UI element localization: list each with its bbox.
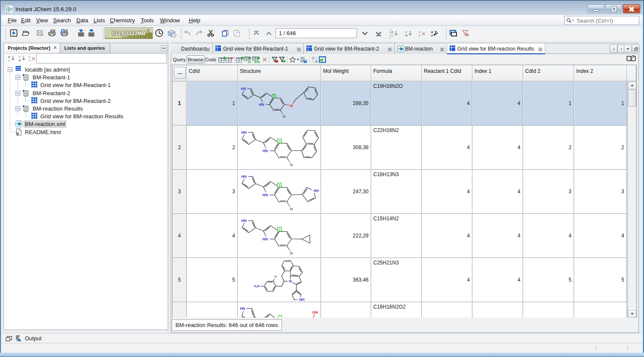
cell-cdid2[interactable]: 3 [523, 170, 574, 213]
cell-index1[interactable]: 4 [473, 258, 523, 302]
expand-toggle[interactable] [8, 67, 12, 73]
query-filter-icon[interactable] [271, 56, 279, 64]
cell-formula[interactable]: C15H14N2 [372, 214, 422, 258]
gc-clock-icon[interactable] [154, 28, 164, 39]
table-row[interactable]: 444HNHNH222,29C15H14N24444 [172, 214, 636, 258]
code-mode-button[interactable]: Code [205, 57, 216, 62]
cell-formula[interactable]: C22H16N2 [372, 126, 422, 169]
sort-by-name-icon[interactable]: az [7, 55, 15, 63]
close-button[interactable]: ✖ [623, 4, 640, 13]
restore-button[interactable] [605, 4, 622, 13]
column-header-index-2[interactable]: Index 2 [574, 65, 627, 81]
row-header[interactable]: 5 [172, 258, 187, 302]
sort-clear-icon[interactable]: az [28, 55, 36, 63]
tree-item-grid-view-for-bm-reactant-1[interactable]: Grid view for BM-Reactant-1 [4, 81, 167, 89]
menu-lists[interactable]: Lists [94, 17, 105, 24]
column-header-formula[interactable]: Formula [372, 65, 422, 81]
row-header[interactable]: 3 [172, 170, 187, 213]
cell-index1[interactable]: 4 [473, 170, 523, 213]
schema-editor-icon[interactable] [166, 29, 177, 39]
expand-toggle[interactable] [15, 106, 20, 112]
cell-reactant1-cdid[interactable]: 4 [422, 126, 472, 169]
windows-cascade-icon[interactable] [449, 30, 457, 38]
tab-list-dropdown-icon[interactable] [624, 45, 632, 53]
cell-index2[interactable]: 2 [574, 126, 627, 169]
cell-reactant1-cdid[interactable]: 4 [422, 170, 472, 213]
menu-search[interactable]: Search [53, 17, 71, 24]
row-header[interactable]: 4 [172, 214, 187, 258]
vertical-scrollbar[interactable] [627, 82, 636, 318]
favorites-star-icon[interactable] [289, 56, 296, 64]
close-tab-icon[interactable] [206, 47, 210, 53]
cell-mol-weight[interactable] [321, 303, 371, 318]
new-icon[interactable] [10, 29, 18, 38]
cell-cdid2[interactable]: 4 [523, 214, 574, 258]
cell-structure[interactable]: 4HNHNHNH [238, 170, 321, 213]
column-header-reactant-1-cdid[interactable]: Reactant 1 CdId [422, 65, 472, 81]
sort-descending-icon[interactable]: za [405, 30, 412, 38]
minimize-button[interactable] [588, 4, 604, 13]
import-icon[interactable] [77, 29, 85, 38]
first-record-icon[interactable] [253, 30, 260, 38]
scrollbar-thumb[interactable] [628, 90, 636, 107]
form-matrix-icon[interactable] [319, 56, 327, 64]
minimize-panel-icon[interactable] [161, 45, 166, 52]
tree-item-readme-html[interactable]: README.html [4, 128, 167, 136]
tree-item-bm-reaction-xml[interactable]: BM-reaction.xml [4, 120, 167, 128]
add-calculated-field-icon[interactable]: a+b [252, 56, 260, 64]
open-project-icon[interactable] [21, 29, 30, 38]
output-label[interactable]: Output [25, 335, 42, 342]
cell-reactant1-cdid[interactable]: 4 [422, 214, 472, 258]
last-record-icon[interactable] [375, 30, 382, 38]
close-tab-icon[interactable] [440, 47, 444, 53]
cell-index1[interactable] [473, 303, 523, 318]
cell-cdid[interactable]: 5 [187, 258, 238, 302]
column-header-cdid[interactable]: CdId [187, 65, 238, 81]
search-icon[interactable] [566, 18, 574, 25]
cut-icon[interactable] [207, 29, 215, 38]
cell-formula[interactable]: C16H16N2O2 [372, 303, 422, 318]
sort-ascending-icon[interactable]: az [390, 30, 398, 38]
tab-lists-and-queries[interactable]: Lists and queries [60, 43, 110, 53]
tab-grid-view-for-bm-reactant-2[interactable]: Grid view for BM-Reactant-2 [304, 43, 395, 54]
table-row[interactable]: 224HNHNH308,38C22H16N24422 [172, 126, 636, 170]
cell-formula[interactable]: C16H13N3 [372, 170, 422, 213]
close-tab-icon[interactable] [538, 47, 542, 53]
menu-edit[interactable]: Edit [21, 17, 30, 24]
previous-record-icon[interactable] [265, 30, 272, 38]
paste-icon[interactable] [233, 29, 240, 38]
cell-cdid[interactable] [187, 303, 238, 318]
tree-item-bm-reactant-2[interactable]: BM-Reactant-2 [4, 89, 167, 97]
cell-index1[interactable]: 4 [473, 126, 523, 169]
output-window-bar[interactable]: Output [1, 333, 643, 343]
tab-projects[interactable]: Projects [Reactor]✕ [4, 43, 60, 53]
expand-toggle[interactable] [15, 90, 20, 97]
row-header[interactable]: 6 [172, 303, 187, 318]
row-header[interactable]: 2 [172, 126, 187, 169]
cell-reactant1-cdid[interactable] [422, 303, 472, 318]
sort-clear-icon[interactable]: az [418, 30, 426, 38]
undo-icon[interactable] [184, 29, 191, 38]
tree-item-bm-reaction-results[interactable]: BM-reaction Results [4, 105, 167, 112]
row-header[interactable]: 1 [172, 82, 187, 125]
cell-cdid2[interactable]: 5 [523, 258, 574, 302]
cell-index1[interactable]: 4 [473, 82, 523, 125]
cell-index2[interactable]: 3 [574, 170, 627, 213]
cell-formula[interactable]: C25H21N3 [372, 258, 422, 302]
cell-index2[interactable] [574, 303, 627, 318]
query-mode-button[interactable]: Query [173, 57, 186, 62]
menu-window[interactable]: Window [160, 17, 180, 24]
cell-index2[interactable]: 5 [574, 258, 627, 302]
close-tab-icon[interactable] [297, 47, 301, 53]
cell-cdid2[interactable]: 2 [523, 126, 574, 169]
cell-structure[interactable]: 4HNHNH [238, 126, 321, 169]
sort-options-icon[interactable]: az [430, 30, 438, 38]
expand-toggle[interactable] [15, 75, 20, 81]
scroll-tabs-left-icon[interactable] [610, 45, 617, 53]
table-row[interactable]: 6HNOHC16H16N2O2 [172, 303, 636, 318]
tree-filter-input[interactable] [36, 53, 167, 63]
cell-cdid2[interactable] [523, 303, 574, 318]
cell-cdid[interactable]: 2 [187, 126, 238, 169]
tab-dashboard[interactable]: Dashboard [171, 43, 213, 54]
table-row[interactable]: 114HNHNHO288,35C19H16N2O4411 [172, 82, 636, 126]
